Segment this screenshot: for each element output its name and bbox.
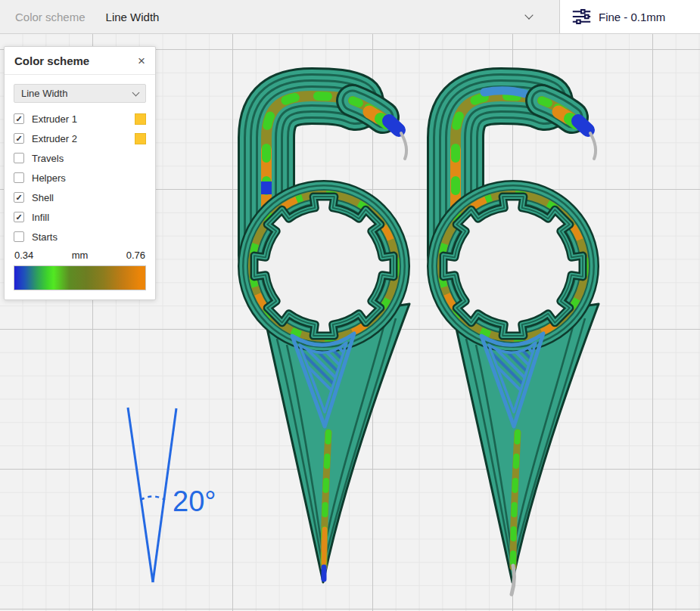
top-bar: Color scheme Line Width Fine - 0.1mm <box>0 0 700 34</box>
scheme-select[interactable]: Line Width <box>14 84 146 103</box>
color-scheme-label: Color scheme <box>15 11 86 23</box>
color-scheme-value: Line Width <box>106 11 160 23</box>
close-icon[interactable]: × <box>138 54 145 67</box>
panel-title: Color scheme <box>14 54 89 67</box>
hook-model-right <box>441 91 614 594</box>
row-infill[interactable]: ✓ Infill <box>14 207 146 227</box>
chevron-down-icon <box>524 11 533 19</box>
color-scheme-panel: Color scheme × Line Width ✓ Extruder 1 ✓… <box>4 46 156 300</box>
extruder-2-swatch <box>135 133 146 144</box>
row-extruder-2[interactable]: ✓ Extruder 2 <box>14 129 146 148</box>
profile-label: Fine - 0.1mm <box>599 11 665 23</box>
scale-labels: 0.34 mm 0.76 <box>5 250 155 261</box>
angle-arc <box>141 497 165 501</box>
row-shell[interactable]: ✓ Shell <box>14 188 146 207</box>
print-settings-button[interactable]: Fine - 0.1mm <box>560 0 700 34</box>
row-travels[interactable]: ✓ Travels <box>14 148 146 168</box>
panel-header: Color scheme × <box>5 47 155 75</box>
angle-label: 20° <box>173 485 216 517</box>
sliced-models <box>252 91 614 594</box>
row-starts[interactable]: ✓ Starts <box>14 227 146 247</box>
angle-line-left <box>128 408 153 582</box>
cura-preview-window: Color scheme Line Width Fine - 0.1mm <box>0 0 700 611</box>
row-helpers[interactable]: ✓ Helpers <box>14 168 146 188</box>
checkbox-shell[interactable]: ✓ <box>14 192 24 203</box>
sliders-icon <box>571 8 592 26</box>
scheme-select-value: Line Width <box>21 88 67 99</box>
checkbox-infill[interactable]: ✓ <box>14 212 24 222</box>
angle-annotation: 20° <box>128 408 216 582</box>
checkbox-travels[interactable]: ✓ <box>14 153 24 163</box>
color-scheme-dropdown[interactable]: Color scheme Line Width <box>0 0 560 34</box>
scale-min: 0.34 <box>14 250 33 261</box>
scale-unit: mm <box>72 250 89 261</box>
linewidth-gradient-bar <box>14 265 146 290</box>
extruder-1-swatch <box>135 113 146 125</box>
checkbox-helpers[interactable]: ✓ <box>14 172 24 183</box>
row-extruder-1[interactable]: ✓ Extruder 1 <box>14 109 146 129</box>
checkbox-starts[interactable]: ✓ <box>14 231 24 242</box>
checkbox-extruder-2[interactable]: ✓ <box>14 133 24 144</box>
chevron-down-icon <box>132 88 140 96</box>
scale-max: 0.76 <box>126 250 145 261</box>
hook-model-left <box>252 96 425 582</box>
checkbox-extruder-1[interactable]: ✓ <box>14 113 24 124</box>
layer-type-list: ✓ Extruder 1 ✓ Extruder 2 ✓ Travels ✓ He… <box>5 109 155 247</box>
